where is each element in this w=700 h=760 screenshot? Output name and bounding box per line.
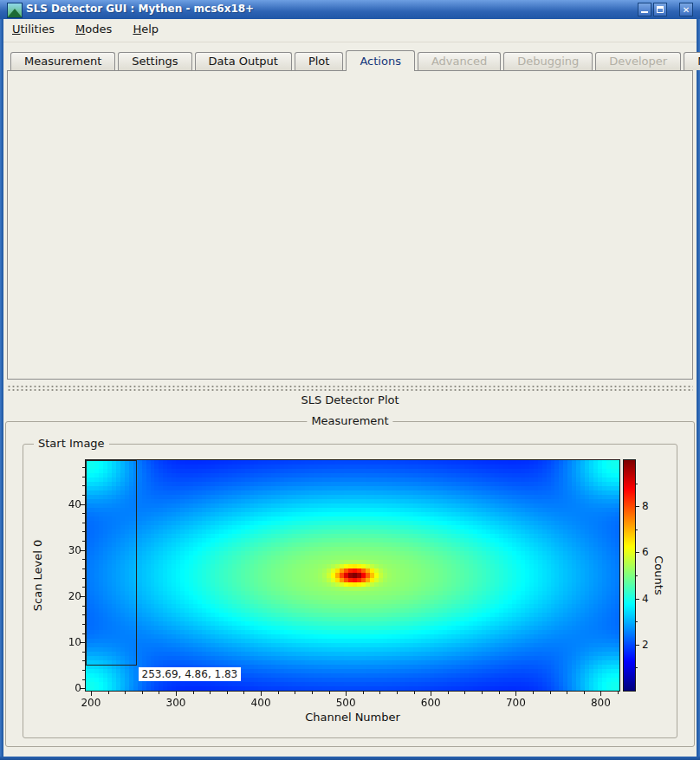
x-tick-label: 300 [159,697,193,709]
y-tick-label: 0 [54,682,81,694]
plot-splitter-handle[interactable] [7,385,693,392]
tab-debugging: Debugging [503,52,593,70]
x-minor-tick [397,692,398,694]
y-minor-tick [82,578,85,579]
tab-settings[interactable]: Settings [118,52,191,70]
x-tick-label: 700 [498,697,533,709]
window-border-right [697,19,700,760]
actions-tab-pane [7,70,693,380]
y-minor-tick [82,660,85,661]
x-minor-tick [584,692,585,694]
tab-bar: Measurement Settings Data Output Plot Ac… [10,50,700,70]
maximize-button[interactable] [653,3,667,16]
x-minor-tick [243,692,244,694]
x-tick-label: 600 [413,697,448,709]
x-minor-tick [312,692,313,694]
y-minor-tick [82,523,85,523]
x-minor-tick [482,692,483,694]
menu-help[interactable]: Help [124,19,167,39]
x-tick-mark [261,692,262,696]
y-minor-tick [82,670,85,671]
colorbar-canvas [624,460,635,691]
y-tick-label: 20 [54,590,81,602]
x-minor-tick [278,692,279,694]
y-minor-tick [82,652,85,653]
tab-developer: Developer [595,52,681,70]
x-axis-title: Channel Number [85,711,620,724]
x-minor-tick [329,692,330,694]
colorbar-tick-label: 8 [642,500,663,512]
y-minor-tick [82,614,85,615]
x-minor-tick [142,692,143,694]
x-tick-mark [176,692,177,696]
y-minor-tick [82,541,85,542]
x-tick-label: 500 [328,697,363,709]
heatmap-plot-frame [85,459,620,692]
tab-data-output[interactable]: Data Output [195,52,292,70]
y-tick-label: 40 [54,498,81,510]
colorbar-tick-mark [636,552,639,553]
colorbar-minor-tick [636,484,638,484]
y-minor-tick [82,679,85,680]
tab-advanced: Advanced [418,52,501,70]
x-minor-tick [464,692,465,694]
y-minor-tick [82,485,85,486]
minimize-button[interactable] [638,3,651,16]
colorbar-axis-title: Counts [651,523,665,627]
menu-bar: Utilities Modes Help [3,19,697,42]
y-minor-tick [82,624,85,625]
x-minor-tick [414,692,415,694]
y-minor-tick [82,495,85,496]
window-icon[interactable] [7,3,23,18]
measurement-group-title: Measurement [307,414,392,427]
tab-messages[interactable]: Messages [684,52,700,70]
x-minor-tick [567,692,567,694]
application-window: SLS Detector GUI : Mythen - mcs6x18+ ✕ U… [0,0,700,760]
heatmap-canvas[interactable] [86,460,619,691]
colorbar-minor-tick [636,575,638,576]
x-minor-tick [125,692,126,694]
y-minor-tick [82,477,85,477]
plot-dock-title: SLS Detector Plot [0,393,700,406]
y-minor-tick [82,633,85,634]
y-tick-label: 30 [54,544,81,556]
menu-utilities[interactable]: Utilities [3,19,63,39]
x-minor-tick [499,692,500,694]
window-title: SLS Detector GUI : Mythen - mcs6x18+ [26,3,254,15]
x-minor-tick [363,692,364,694]
tab-actions[interactable]: Actions [346,50,415,71]
colorbar-frame [623,459,636,692]
x-tick-mark [600,692,601,696]
y-minor-tick [82,531,85,532]
colorbar-minor-tick [636,529,638,530]
x-minor-tick [295,692,295,694]
colorbar-tick-mark [636,599,639,600]
x-minor-tick [227,692,228,694]
x-tick-mark [346,692,347,696]
colorbar-tick-label: 4 [642,593,663,605]
x-minor-tick [108,692,109,694]
y-minor-tick [82,467,85,468]
colorbar-tick-label: 2 [642,639,663,651]
y-minor-tick [82,559,85,560]
x-tick-mark [91,692,92,696]
x-minor-tick [533,692,534,694]
window-border-left [0,19,3,760]
x-minor-tick [550,692,551,694]
x-minor-tick [379,692,380,694]
title-bar[interactable]: SLS Detector GUI : Mythen - mcs6x18+ ✕ [0,0,700,20]
x-minor-tick [448,692,449,694]
x-minor-tick [193,692,194,694]
x-tick-label: 200 [74,697,108,709]
tab-measurement[interactable]: Measurement [10,52,115,70]
colorbar-tick-label: 6 [642,546,663,558]
x-tick-mark [431,692,431,696]
y-axis-title: Scan Level 0 [31,515,45,636]
menu-modes[interactable]: Modes [67,19,120,39]
y-minor-tick [82,606,85,607]
close-button[interactable]: ✕ [679,3,693,16]
x-tick-label: 800 [583,697,618,709]
x-minor-tick [210,692,211,694]
tab-plot[interactable]: Plot [295,52,344,70]
x-minor-tick [159,692,159,694]
